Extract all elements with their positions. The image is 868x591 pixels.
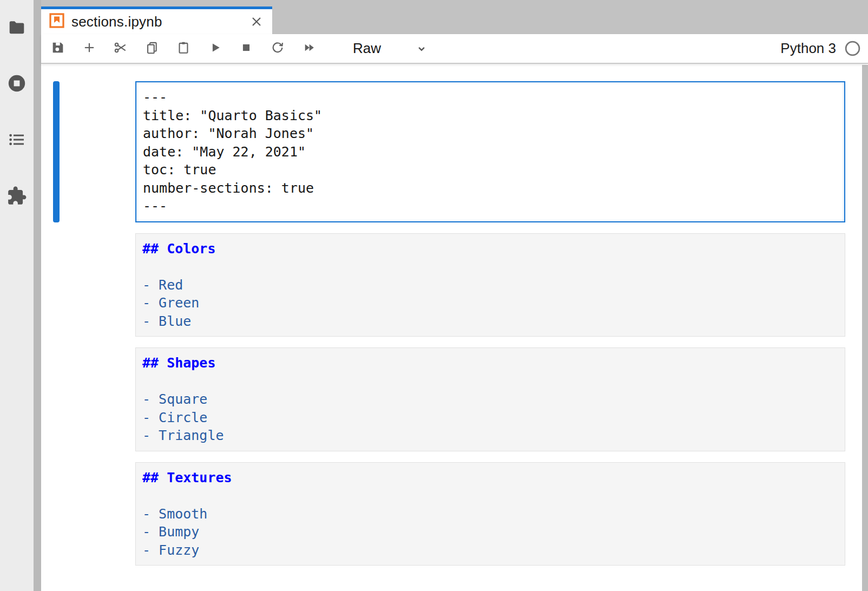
cell-collapser[interactable]: [53, 81, 60, 222]
dock-tab-bar: sections.ipynb: [41, 0, 868, 34]
scissors-icon: [113, 40, 128, 57]
file-browser-button[interactable]: [6, 18, 27, 38]
code-line: - Blue: [142, 312, 838, 331]
code-line: [142, 372, 838, 391]
extensions-button[interactable]: [6, 187, 27, 207]
code-line: - Fuzzy: [142, 541, 838, 560]
restart-icon: [270, 40, 285, 57]
cell-markdown-1[interactable]: ## Colors - Red- Green- Blue: [41, 233, 868, 337]
markdown-cell-editor[interactable]: ## Textures - Smooth- Bumpy- Fuzzy: [135, 462, 845, 566]
plus-icon: [82, 40, 97, 57]
kernel-indicator[interactable]: Python 3: [780, 40, 864, 57]
chevron-down-icon: [415, 42, 429, 56]
add-cell-button[interactable]: [81, 41, 97, 57]
paste-cell-button[interactable]: [175, 41, 192, 57]
code-line: ---: [143, 88, 838, 107]
clipboard-icon: [176, 40, 191, 57]
cell-markdown-2[interactable]: ## Shapes - Square- Circle- Triangle: [41, 347, 868, 451]
save-button[interactable]: [50, 41, 66, 57]
notebook-panel: ---title: "Quarto Basics"author: "Norah …: [41, 64, 868, 591]
code-line: toc: true: [143, 161, 838, 179]
save-icon: [50, 40, 65, 57]
copy-cell-button[interactable]: [144, 41, 160, 57]
left-activity-bar: [0, 0, 34, 591]
notebook-cells: ---title: "Quarto Basics"author: "Norah …: [41, 81, 868, 566]
cell-collapser[interactable]: [53, 462, 60, 566]
table-of-contents-button[interactable]: [6, 130, 27, 151]
cell-collapser[interactable]: [53, 347, 60, 451]
code-line: [142, 487, 838, 505]
cell-type-dropdown[interactable]: Raw: [353, 40, 429, 57]
puzzle-icon: [6, 186, 27, 208]
code-line: ## Colors: [142, 240, 838, 258]
code-line: ## Shapes: [142, 354, 838, 372]
cell-markdown-3[interactable]: ## Textures - Smooth- Bumpy- Fuzzy: [41, 462, 868, 566]
markdown-cell-editor[interactable]: ## Shapes - Square- Circle- Triangle: [135, 347, 845, 451]
cell-collapser[interactable]: [53, 233, 60, 337]
code-line: author: "Norah Jones": [143, 124, 838, 143]
jupyterlab-window: sections.ipynb: [0, 0, 868, 591]
running-sessions-icon: [6, 73, 27, 96]
close-icon[interactable]: [248, 14, 265, 30]
markdown-cell-editor[interactable]: ## Colors - Red- Green- Blue: [135, 233, 845, 337]
code-line: ## Textures: [142, 469, 838, 487]
restart-kernel-button[interactable]: [269, 41, 286, 57]
interrupt-kernel-button[interactable]: [238, 41, 254, 57]
tab-sections-ipynb[interactable]: sections.ipynb: [41, 6, 272, 34]
kernel-name: Python 3: [780, 40, 836, 57]
sidebar-divider: [34, 0, 41, 591]
tab-title: sections.ipynb: [71, 14, 162, 30]
folder-icon: [6, 17, 27, 40]
vertical-scrollbar[interactable]: [862, 65, 868, 591]
copy-icon: [144, 40, 160, 57]
code-line: title: "Quarto Basics": [143, 107, 838, 125]
cell-type-value: Raw: [353, 40, 381, 57]
code-line: - Green: [142, 294, 838, 312]
run-all-button[interactable]: [301, 41, 317, 57]
code-line: [142, 258, 838, 276]
notebook-icon: [49, 12, 65, 31]
code-line: date: "May 22, 2021": [143, 143, 838, 161]
code-line: - Red: [142, 276, 838, 294]
kernel-idle-circle-icon: [844, 40, 862, 57]
toc-list-icon: [6, 129, 27, 152]
fast-forward-icon: [301, 40, 317, 57]
code-line: - Circle: [142, 409, 838, 427]
code-line: - Square: [142, 390, 838, 409]
code-line: - Triangle: [142, 426, 838, 445]
raw-cell-editor[interactable]: ---title: "Quarto Basics"author: "Norah …: [135, 81, 845, 222]
code-line: number-sections: true: [143, 179, 838, 198]
running-sessions-button[interactable]: [6, 74, 27, 95]
code-line: - Smooth: [142, 505, 838, 523]
play-icon: [207, 40, 222, 57]
cell-raw-0[interactable]: ---title: "Quarto Basics"author: "Norah …: [41, 81, 868, 222]
notebook-toolbar: Raw Python 3: [41, 34, 868, 64]
run-cell-button[interactable]: [207, 41, 223, 57]
code-line: ---: [143, 197, 838, 215]
cut-cell-button[interactable]: [113, 41, 129, 57]
stop-square-icon: [239, 40, 254, 57]
code-line: - Bumpy: [142, 523, 838, 541]
